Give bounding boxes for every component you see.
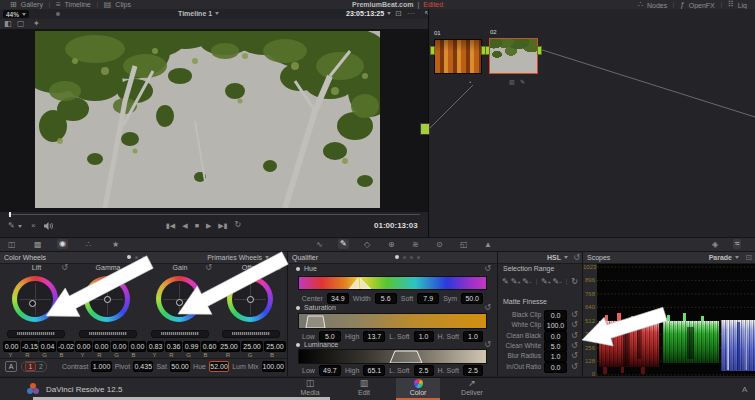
unmix-icon[interactable]: × xyxy=(31,222,36,230)
color-match-icon[interactable]: ▩ xyxy=(34,241,42,249)
lift-g-value[interactable]: 0.04 xyxy=(39,341,56,352)
wheel-indicator[interactable] xyxy=(247,296,254,303)
gain-wheel[interactable] xyxy=(156,276,202,322)
timecode-dropdown[interactable]: 23:05:13:25 xyxy=(346,10,391,17)
reset-icon[interactable]: ↺ xyxy=(205,264,212,272)
saturation-range-bar[interactable] xyxy=(298,313,487,329)
gamma-master-wheel[interactable] xyxy=(79,330,137,338)
rgb-mixer-icon[interactable]: ∴ xyxy=(86,241,91,249)
picker-icon[interactable]: ✎ xyxy=(502,278,509,286)
node-02[interactable] xyxy=(489,38,538,74)
openfx-panel-button[interactable]: ƒ OpenFX xyxy=(680,1,715,9)
skip-start-icon[interactable]: ▮◀ xyxy=(166,222,175,229)
lum-lsoft-value[interactable]: 2.5 xyxy=(414,365,434,376)
sizing-icon[interactable]: ◱ xyxy=(460,241,468,249)
timeline-button[interactable]: ≡ Timeline xyxy=(56,1,91,9)
more-options-icon[interactable]: ··· xyxy=(407,10,415,18)
node-01-input-connector[interactable] xyxy=(430,46,435,55)
reset-icon[interactable]: ↺ xyxy=(484,341,491,349)
keyframes-icon[interactable]: ◈ xyxy=(712,241,718,249)
step-back-icon[interactable]: ◀ xyxy=(182,222,187,229)
reset-icon[interactable]: ↺ xyxy=(61,264,68,272)
gamma-r-value[interactable]: 0.00 xyxy=(93,341,110,352)
sat-high-value[interactable]: 13.7 xyxy=(363,331,385,342)
gamma-y-value[interactable]: 0.00 xyxy=(75,341,92,352)
reset-icon[interactable]: ↺ xyxy=(571,363,578,371)
expand-scope-icon[interactable]: ⊡ xyxy=(745,254,752,262)
audio-icon[interactable] xyxy=(44,222,53,230)
power-window-icon[interactable]: ◇ xyxy=(364,241,370,249)
wheel-page-1-button[interactable]: 1 xyxy=(25,362,36,371)
offset-wheel[interactable] xyxy=(227,276,273,322)
tab-edit[interactable]: ▥ Edit xyxy=(342,378,386,400)
softness-subtract-icon[interactable]: ✎− xyxy=(553,278,563,286)
hue-range-bar[interactable] xyxy=(298,276,487,290)
gamma-wheel[interactable] xyxy=(84,276,130,322)
panel-pager[interactable] xyxy=(125,255,147,259)
timeline-dropdown[interactable]: Timeline 1 xyxy=(178,10,219,17)
lift-master-wheel[interactable] xyxy=(7,330,65,338)
gain-b-value[interactable]: 0.60 xyxy=(201,341,218,352)
luminance-enable-dot[interactable] xyxy=(296,343,300,347)
node-02-output-connector[interactable] xyxy=(537,46,542,55)
wipe-mode-icon[interactable]: ◧ xyxy=(4,20,12,28)
picker-subtract-icon[interactable]: ✎− xyxy=(522,278,532,286)
blur-icon[interactable]: ≋ xyxy=(412,241,419,249)
qualifier-icon[interactable]: ✎ xyxy=(338,239,349,249)
source-input-connector[interactable] xyxy=(420,123,430,135)
lum-low-value[interactable]: 49.7 xyxy=(319,365,341,376)
offset-master-wheel[interactable] xyxy=(222,330,280,338)
play-icon[interactable]: ▶ xyxy=(206,222,211,229)
offset-g-value[interactable]: 25.00 xyxy=(241,341,263,352)
gamma-b-value[interactable]: 0.00 xyxy=(129,341,146,352)
panel-settings-icon[interactable]: ⊙ xyxy=(276,254,283,262)
loop-icon[interactable]: ↻ xyxy=(235,221,242,229)
wheel-indicator[interactable] xyxy=(29,300,36,307)
memory-a-button[interactable]: A xyxy=(5,361,17,372)
wipe-box-icon[interactable]: ▢ xyxy=(17,20,25,28)
wheel-indicator[interactable] xyxy=(104,296,111,303)
wheel-indicator[interactable] xyxy=(176,299,183,306)
lift-b-value[interactable]: -0.02 xyxy=(57,341,74,352)
hue-soft-value[interactable]: 7.9 xyxy=(417,293,439,304)
hue-center-value[interactable]: 34.9 xyxy=(327,293,349,304)
reset-icon[interactable]: ↺ xyxy=(571,332,578,340)
primaries-mode-dropdown[interactable]: Primaries Wheels xyxy=(207,254,269,261)
viewer-zoom-dropdown[interactable]: 44% xyxy=(3,10,29,18)
reset-icon[interactable]: ↺ xyxy=(571,342,578,350)
offset-b-value[interactable]: 25.00 xyxy=(264,341,286,352)
sat-lsoft-value[interactable]: 1.0 xyxy=(414,331,434,342)
nodes-panel-button[interactable]: ∴ Nodes xyxy=(638,1,667,9)
reset-icon[interactable]: ↺ xyxy=(571,321,578,329)
lift-wheel[interactable] xyxy=(12,276,58,322)
reset-icon[interactable]: ↺ xyxy=(133,264,140,272)
expand-viewer-icon[interactable]: ⊡ xyxy=(395,10,402,18)
lum-hsoft-value[interactable]: 2.5 xyxy=(463,365,483,376)
grab-still-tool[interactable]: ✎ xyxy=(8,222,22,230)
picker-add-icon[interactable]: ✎+ xyxy=(511,278,521,286)
hue-value[interactable]: 52.00 xyxy=(209,361,229,372)
tab-deliver[interactable]: ↗ Deliver xyxy=(450,378,494,400)
reset-icon[interactable]: ↺ xyxy=(571,352,578,360)
color-wheels-icon[interactable]: ◉ xyxy=(57,239,68,249)
gain-r-value[interactable]: 0.36 xyxy=(165,341,182,352)
pivot-value[interactable]: 0.435 xyxy=(133,361,153,372)
sat-value[interactable]: 50.00 xyxy=(170,361,190,372)
in-out-ratio-value[interactable]: 0.0 xyxy=(544,362,567,373)
node-01[interactable] xyxy=(434,39,482,74)
contrast-value[interactable]: 1.000 xyxy=(91,361,111,372)
hue-enable-dot[interactable] xyxy=(296,267,300,271)
offset-r-value[interactable]: 25.00 xyxy=(218,341,240,352)
reset-icon[interactable]: ↺ xyxy=(484,265,491,273)
reset-icon[interactable]: ↺ xyxy=(573,254,580,262)
hue-width-value[interactable]: 5.6 xyxy=(375,293,397,304)
hsl-mode-dropdown[interactable]: HSL xyxy=(547,254,568,261)
stop-icon[interactable]: ■ xyxy=(195,222,199,229)
skip-end-icon[interactable]: ▶▮ xyxy=(218,222,227,229)
reset-icon[interactable]: ↺ xyxy=(571,311,578,319)
wheel-page-2-button[interactable]: 2 xyxy=(39,363,43,370)
enhanced-viewer-icon[interactable]: ✦ xyxy=(33,20,40,28)
grade-bypass-dot[interactable] xyxy=(56,12,60,16)
hue-sym-value[interactable]: 50.0 xyxy=(461,293,483,304)
scope-mode-dropdown[interactable]: Parade xyxy=(709,254,739,261)
